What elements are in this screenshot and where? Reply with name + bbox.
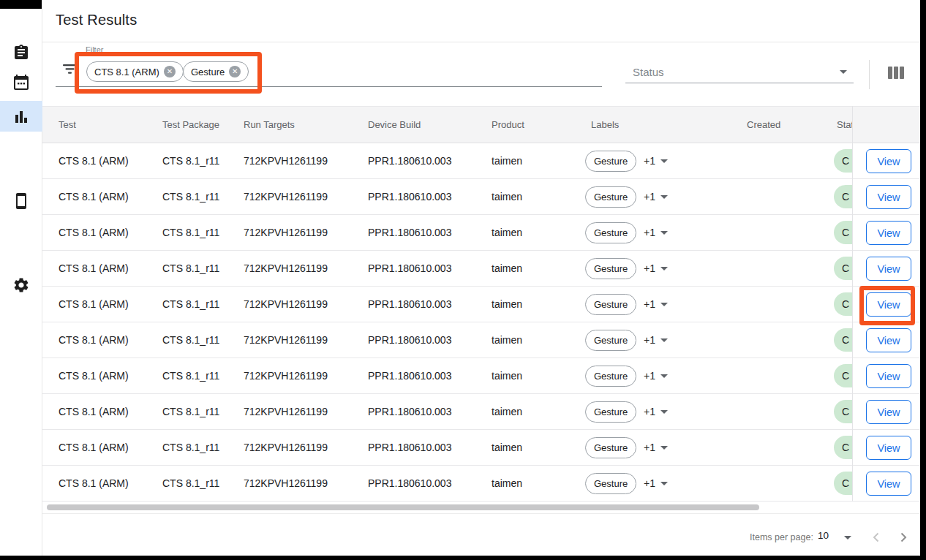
- labels-more-count[interactable]: +1: [644, 358, 655, 393]
- column-header-test: Test: [59, 107, 76, 143]
- test-results-table: Test Test Package Run Targets Device Bui…: [42, 106, 920, 502]
- cell-run-targets: 712KPVH1261199: [244, 394, 328, 429]
- row-action-cell: View: [852, 287, 920, 322]
- labels-more-count[interactable]: +1: [644, 466, 655, 501]
- cell-product: taimen: [492, 394, 522, 429]
- column-settings-button[interactable]: [887, 67, 905, 80]
- label-chip[interactable]: Gesture: [585, 222, 636, 243]
- cell-test-package: CTS 8.1_r11: [162, 287, 219, 322]
- sidebar-item-tests[interactable]: [12, 44, 30, 61]
- row-action-cell: View: [852, 394, 920, 429]
- cell-test-package: CTS 8.1_r11: [162, 466, 219, 501]
- table-row: CTS 8.1 (ARM) CTS 8.1_r11 712KPVH1261199…: [42, 215, 920, 251]
- column-header-created: Created: [747, 107, 780, 143]
- labels-more-count[interactable]: +1: [644, 179, 655, 214]
- status-field-underline: [625, 83, 854, 83]
- arrow-drop-down-icon[interactable]: [660, 338, 668, 342]
- row-action-cell: View: [852, 358, 920, 393]
- chevron-left-icon: [869, 536, 884, 547]
- cell-product: taimen: [492, 215, 522, 250]
- label-chip[interactable]: Gesture: [585, 366, 636, 387]
- cell-run-targets: 712KPVH1261199: [244, 466, 328, 501]
- cell-product: taimen: [492, 322, 522, 357]
- status-chip: C: [834, 149, 852, 173]
- view-button[interactable]: View: [866, 185, 911, 209]
- arrow-drop-down-icon[interactable]: [660, 267, 668, 270]
- cell-test: CTS 8.1 (ARM): [59, 179, 129, 214]
- arrow-drop-down-icon[interactable]: [660, 195, 668, 199]
- cell-test-package: CTS 8.1_r11: [162, 394, 219, 429]
- label-chip[interactable]: Gesture: [585, 473, 636, 494]
- cell-product: taimen: [492, 430, 522, 465]
- cell-run-targets: 712KPVH1261199: [244, 430, 328, 465]
- cancel-icon[interactable]: [229, 66, 241, 77]
- calendar-icon: [12, 74, 30, 91]
- arrow-drop-down-icon[interactable]: [660, 159, 668, 163]
- view-button[interactable]: View: [866, 292, 911, 317]
- filter-chip[interactable]: CTS 8.1 (ARM): [86, 61, 184, 82]
- horizontal-scrollbar-thumb[interactable]: [47, 504, 759, 510]
- filter-field-label: Filter: [86, 45, 103, 54]
- arrow-drop-down-icon[interactable]: [660, 410, 668, 414]
- screen-edge-artifact: [920, 0, 926, 560]
- labels-more-count[interactable]: +1: [644, 430, 655, 465]
- labels-more-count[interactable]: +1: [644, 322, 655, 357]
- table-row: CTS 8.1 (ARM) CTS 8.1_r11 712KPVH1261199…: [42, 430, 920, 466]
- view-button[interactable]: View: [866, 149, 911, 173]
- status-chip: C: [834, 472, 852, 495]
- label-chip[interactable]: Gesture: [585, 294, 636, 315]
- row-action-cell: View: [852, 251, 920, 286]
- label-chip[interactable]: Gesture: [585, 437, 636, 458]
- table-row: CTS 8.1 (ARM) CTS 8.1_r11 712KPVH1261199…: [42, 251, 920, 287]
- app-window: Test Results Filter CTS 8.1 (ARM) Gestur…: [0, 0, 926, 560]
- items-per-page-select[interactable]: 10: [816, 527, 857, 550]
- table-row-scroll-area: CTS 8.1 (ARM) CTS 8.1_r11 712KPVH1261199…: [42, 179, 852, 214]
- labels-more-count[interactable]: +1: [644, 251, 655, 286]
- label-chip[interactable]: Gesture: [585, 151, 636, 172]
- label-chip[interactable]: Gesture: [585, 401, 636, 423]
- column-header-status: Status: [837, 107, 852, 143]
- table-row: CTS 8.1 (ARM) CTS 8.1_r11 712KPVH1261199…: [42, 143, 920, 179]
- sidebar-item-devices[interactable]: [12, 192, 30, 210]
- label-chip[interactable]: Gesture: [585, 258, 636, 279]
- labels-more-count[interactable]: +1: [644, 143, 655, 178]
- cell-run-targets: 712KPVH1261199: [244, 322, 328, 357]
- status-chip: C: [834, 364, 852, 387]
- view-button[interactable]: View: [866, 328, 911, 352]
- view-columns-icon: [888, 70, 904, 81]
- arrow-drop-down-icon[interactable]: [660, 303, 668, 306]
- view-button[interactable]: View: [866, 400, 911, 424]
- view-button[interactable]: View: [866, 472, 911, 496]
- view-button[interactable]: View: [866, 436, 911, 460]
- previous-page-button[interactable]: [869, 530, 884, 545]
- arrow-drop-down-icon[interactable]: [660, 446, 668, 450]
- cell-test: CTS 8.1 (ARM): [59, 251, 129, 286]
- table-row-scroll-area: CTS 8.1 (ARM) CTS 8.1_r11 712KPVH1261199…: [42, 430, 852, 465]
- sidebar-item-plans[interactable]: [12, 74, 30, 91]
- filter-chip[interactable]: Gesture: [183, 61, 249, 82]
- table-body: CTS 8.1 (ARM) CTS 8.1_r11 712KPVH1261199…: [42, 143, 920, 502]
- labels-more-count[interactable]: +1: [644, 287, 655, 322]
- labels-more-count[interactable]: +1: [644, 394, 655, 429]
- view-button[interactable]: View: [866, 257, 911, 281]
- next-page-button[interactable]: [896, 530, 911, 545]
- arrow-drop-down-icon[interactable]: [660, 374, 668, 378]
- cell-test-package: CTS 8.1_r11: [162, 358, 219, 393]
- view-button[interactable]: View: [866, 364, 911, 388]
- row-action-cell: View: [852, 466, 920, 501]
- sidebar-item-test-results[interactable]: [12, 108, 30, 126]
- status-filter-select[interactable]: Status: [625, 57, 854, 83]
- arrow-drop-down-icon: [844, 536, 851, 540]
- cancel-icon[interactable]: [164, 66, 176, 77]
- screen-edge-artifact: [0, 0, 42, 9]
- arrow-drop-down-icon[interactable]: [660, 231, 668, 235]
- arrow-drop-down-icon[interactable]: [660, 482, 668, 485]
- label-chip[interactable]: Gesture: [585, 330, 636, 351]
- labels-more-count[interactable]: +1: [644, 215, 655, 250]
- table-row-scroll-area: CTS 8.1 (ARM) CTS 8.1_r11 712KPVH1261199…: [42, 394, 852, 429]
- column-header-product: Product: [492, 107, 524, 143]
- sidebar-item-settings[interactable]: [12, 276, 30, 294]
- label-chip[interactable]: Gesture: [585, 186, 636, 208]
- view-button[interactable]: View: [866, 221, 911, 245]
- cell-test-package: CTS 8.1_r11: [162, 215, 219, 250]
